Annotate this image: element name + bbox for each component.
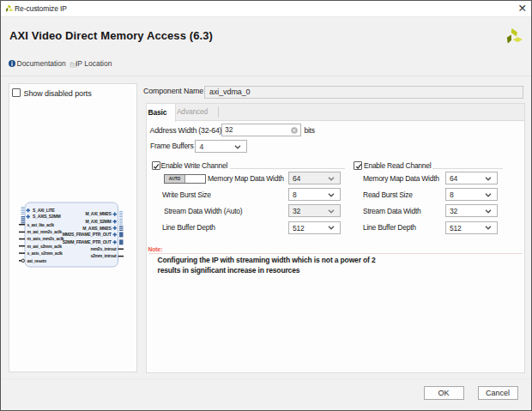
- svg-text:S_AXI_LITE: S_AXI_LITE: [33, 208, 55, 213]
- svg-text:m_axi_s2mm_aclk: m_axi_s2mm_aclk: [27, 244, 63, 249]
- svg-text:M_AXI_MM2S: M_AXI_MM2S: [85, 211, 112, 216]
- svg-text:S_AXIS_S2MM: S_AXIS_S2MM: [33, 214, 60, 219]
- svg-text:S2MM_FRAME_PTR_OUT: S2MM_FRAME_PTR_OUT: [63, 239, 112, 245]
- svg-text:s_axis_s2mm_aclk: s_axis_s2mm_aclk: [27, 251, 63, 256]
- svg-text:M_AXI_S2MM: M_AXI_S2MM: [85, 219, 111, 224]
- svg-text:MM2S_FRAME_PTR_OUT: MM2S_FRAME_PTR_OUT: [63, 232, 112, 237]
- svg-text:s_axi_lite_aclk: s_axi_lite_aclk: [27, 222, 55, 227]
- svg-text:s2mm_introut: s2mm_introut: [90, 253, 117, 258]
- svg-text:m_axi_mm2s_aclk: m_axi_mm2s_aclk: [27, 229, 63, 234]
- svg-text:m_axis_mm2s_aclk: m_axis_mm2s_aclk: [27, 236, 64, 241]
- svg-text:mm2s_introut: mm2s_introut: [90, 246, 117, 251]
- svg-text:axi_resetn: axi_resetn: [27, 258, 46, 263]
- svg-text:M_AXIS_MM2S: M_AXIS_MM2S: [82, 226, 112, 231]
